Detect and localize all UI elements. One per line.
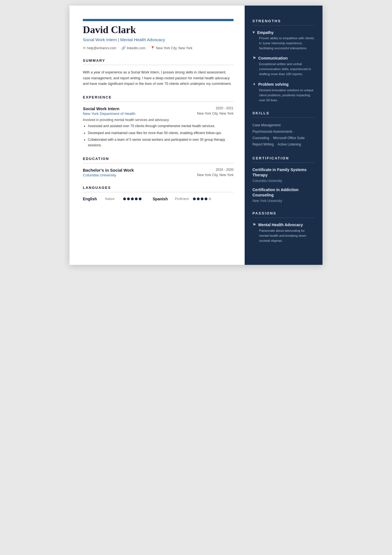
skill-1: Case Management xyxy=(252,123,281,127)
languages-divider xyxy=(83,192,234,192)
education-title: EDUCATION xyxy=(83,157,234,161)
skill-6: Active Listening xyxy=(278,142,301,146)
location-contact: 📍 New York City, New York xyxy=(150,46,192,50)
lang-spanish-dots xyxy=(193,198,211,200)
strengths-divider xyxy=(252,25,315,26)
header-section: David Clark Social Work Intern | Mental … xyxy=(83,24,234,50)
languages-title: LANGUAGES xyxy=(83,186,234,190)
exp-location: New York City, New York xyxy=(197,112,234,115)
cert-addiction-school: New York University xyxy=(252,199,315,203)
location-value: New York City, New York xyxy=(156,46,192,50)
linkedin-contact: 🔗 linkedin.com xyxy=(121,46,145,50)
dot-3 xyxy=(131,198,134,200)
edu-dates: 2016 - 2020 xyxy=(216,168,234,172)
empathy-icon: ♥ xyxy=(252,30,255,35)
exp-company: New York Department of Health xyxy=(83,112,135,116)
email-value: help@enhancv.com xyxy=(87,46,116,50)
strength-empathy-header: ♥ Empathy xyxy=(252,30,315,35)
strength-empathy: ♥ Empathy Proven ability to empathize wi… xyxy=(252,30,315,51)
passion-mha-icon: ⚑ xyxy=(252,222,256,227)
dot-sp-4 xyxy=(205,198,207,200)
certification-section: CERTIFICATION Certificate in Family Syst… xyxy=(252,156,315,203)
email-icon: ✉ xyxy=(83,46,86,50)
empathy-name: Empathy xyxy=(257,30,274,35)
dot-2 xyxy=(127,198,130,200)
candidate-name: David Clark xyxy=(83,24,234,36)
summary-text: With a year of experience as a Social Wo… xyxy=(83,70,234,87)
lang-english-level: Native xyxy=(105,197,123,201)
skills-list: Case Management · Psychosocial Assessmen… xyxy=(252,122,315,147)
skill-5: Report Writing xyxy=(252,142,274,146)
lang-spanish-name: Spanish xyxy=(153,197,175,201)
experience-job-header: Social Work Intern 2020 - 2021 xyxy=(83,106,234,111)
strength-comm-header: ⚑ Communication xyxy=(252,56,315,61)
link-icon: 🔗 xyxy=(121,46,126,50)
skill-2: Psychosocial Assessments xyxy=(252,130,292,134)
exp-intro: Involved in providing mental health serv… xyxy=(83,118,234,122)
strengths-section: STRENGTHS ♥ Empathy Proven ability to em… xyxy=(252,19,315,103)
experience-section: EXPERIENCE Social Work Intern 2020 - 202… xyxy=(83,95,234,148)
dot-1 xyxy=(123,198,126,200)
strength-communication: ⚑ Communication Exceptional written and … xyxy=(252,56,315,77)
job-dates: 2020 - 2021 xyxy=(216,106,234,110)
left-column: David Clark Social Work Intern | Mental … xyxy=(70,6,245,265)
cert-divider xyxy=(252,162,315,163)
passion-mha-header: ⚑ Mental Health Advocacy xyxy=(252,222,315,227)
cert-family: Certificate in Family Systems Therapy Co… xyxy=(252,167,315,183)
empathy-desc: Proven ability to empathize with clients… xyxy=(252,36,315,51)
contact-row: ✉ help@enhancv.com 🔗 linkedin.com 📍 New … xyxy=(83,46,234,50)
right-column: STRENGTHS ♥ Empathy Proven ability to em… xyxy=(245,6,322,265)
email-contact: ✉ help@enhancv.com xyxy=(83,46,116,50)
cert-addiction: Certification in Addiction Counseling Ne… xyxy=(252,187,315,203)
strengths-title: STRENGTHS xyxy=(252,19,315,23)
lang-english-dots xyxy=(123,198,142,200)
education-divider xyxy=(83,163,234,163)
strength-ps-header: ✦ Problem solving xyxy=(252,82,315,87)
passions-section: PASSIONS ⚑ Mental Health Advocacy Passio… xyxy=(252,211,315,243)
cert-addiction-name: Certification in Addiction Counseling xyxy=(252,187,315,198)
top-accent-bar xyxy=(83,19,234,21)
passions-divider xyxy=(252,218,315,218)
summary-title: SUMMARY xyxy=(83,58,234,63)
skill-sep-1: · xyxy=(281,123,283,127)
problem-solving-icon: ✦ xyxy=(252,82,256,87)
job-title: Social Work Intern xyxy=(83,106,119,111)
linkedin-value: linkedin.com xyxy=(127,46,145,50)
communication-icon: ⚑ xyxy=(252,56,256,61)
edu-location: New York City, New York xyxy=(197,173,234,177)
skill-sep-2: · xyxy=(293,130,295,134)
resume-container: David Clark Social Work Intern | Mental … xyxy=(70,6,322,265)
exp-bullets: Assessed and assisted over 70 clients th… xyxy=(83,124,234,148)
skill-4: Microsoft Office Suite xyxy=(273,136,305,140)
languages-section: LANGUAGES English Native Spanish Profici… xyxy=(83,186,234,201)
dot-sp-1 xyxy=(193,198,196,200)
dot-5 xyxy=(139,198,142,200)
edu-header: Bachelor's in Social Work 2016 - 2020 xyxy=(83,168,234,172)
languages-row: English Native Spanish Proficient xyxy=(83,197,234,201)
bullet-2: Developed and maintained case files for … xyxy=(88,130,234,136)
location-icon: 📍 xyxy=(150,46,155,50)
skill-sep-3: · xyxy=(270,136,272,140)
education-section: EDUCATION Bachelor's in Social Work 2016… xyxy=(83,157,234,177)
passion-mha-desc: Passionate about advocating for mental h… xyxy=(252,228,315,243)
skill-sep-4: · xyxy=(305,136,307,140)
lang-english-name: English xyxy=(83,197,105,201)
bullet-1: Assessed and assisted over 70 clients th… xyxy=(88,124,234,129)
dot-4 xyxy=(135,198,138,200)
passions-title: PASSIONS xyxy=(252,211,315,215)
problem-solving-name: Problem solving xyxy=(258,82,289,87)
skills-divider xyxy=(252,117,315,118)
strength-problem-solving: ✦ Problem solving Devised innovative sol… xyxy=(252,82,315,103)
cert-family-school: Columbia University xyxy=(252,179,315,183)
skill-3: Counseling xyxy=(252,136,269,140)
communication-desc: Exceptional written and verbal communica… xyxy=(252,62,315,77)
communication-name: Communication xyxy=(258,56,288,60)
skills-title: SKILLS xyxy=(252,111,315,115)
lang-spanish-level: Proficient xyxy=(175,197,193,201)
passion-mha-name: Mental Health Advocacy xyxy=(258,223,303,227)
edu-school-row: Columbia University New York City, New Y… xyxy=(83,173,234,177)
certification-title: CERTIFICATION xyxy=(252,156,315,160)
summary-divider xyxy=(83,65,234,65)
dot-sp-3 xyxy=(201,198,204,200)
problem-solving-desc: Devised innovative solutions to unique c… xyxy=(252,88,315,103)
